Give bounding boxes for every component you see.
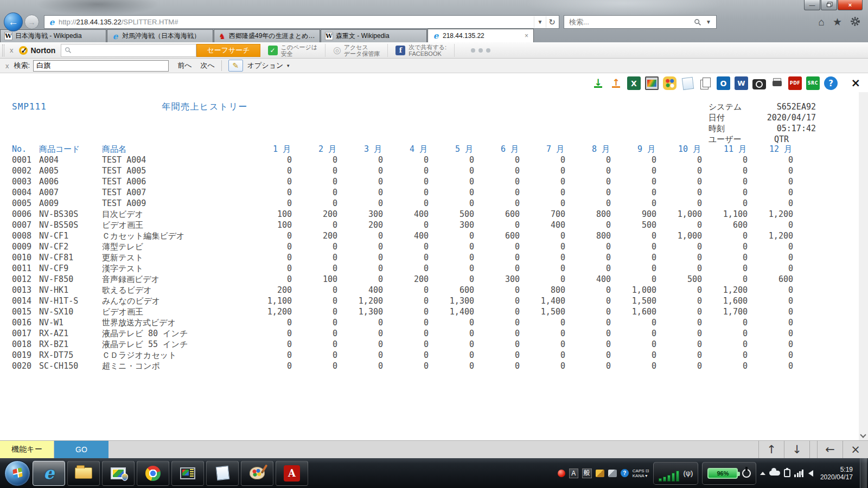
norton-close-icon[interactable]: x xyxy=(10,46,14,54)
highlight-icon[interactable]: ✎ xyxy=(228,60,243,72)
ime-mode-alpha[interactable]: A xyxy=(569,468,578,478)
search-icon[interactable] xyxy=(692,18,703,26)
find-next-button[interactable]: 次へ xyxy=(200,61,214,70)
taskbar-emulator-button[interactable] xyxy=(171,461,204,486)
address-dropdown-button[interactable]: ▼ xyxy=(534,16,546,28)
copy-icon[interactable] xyxy=(699,76,712,90)
power-plug-icon xyxy=(742,469,751,478)
norton-search-box[interactable] xyxy=(61,44,196,57)
printer-icon[interactable] xyxy=(770,76,784,90)
ime-pad-icon[interactable] xyxy=(608,470,617,477)
taskbar-explorer-button[interactable] xyxy=(67,461,100,486)
excel-icon[interactable] xyxy=(627,76,641,90)
upload-icon[interactable] xyxy=(609,76,623,90)
page-up-button[interactable]: ↑ xyxy=(758,441,784,458)
ime-help-icon[interactable]: ? xyxy=(621,469,629,477)
close-button[interactable]: × xyxy=(838,0,863,10)
home-icon[interactable]: ⌂ xyxy=(818,17,824,27)
speaker-icon[interactable] xyxy=(808,470,813,477)
norton-search-input[interactable] xyxy=(72,46,193,55)
browser-tab[interactable]: W森重文 - Wikipedia xyxy=(321,29,427,42)
battery-widget[interactable]: 96% xyxy=(702,462,756,485)
ie-icon xyxy=(43,465,54,481)
scroll-down-icon[interactable] xyxy=(860,432,866,438)
ie-favicon: e xyxy=(432,32,440,40)
page-down-button[interactable]: ↓ xyxy=(784,441,809,458)
ime-caps-kana[interactable]: CAPS ⊡KANA ▾ xyxy=(633,468,649,478)
cloud-icon[interactable] xyxy=(769,471,780,476)
url-text: http://218.44.135.22/SPLITTER.HTM# xyxy=(59,18,178,26)
refresh-button[interactable]: ↻ xyxy=(546,16,558,28)
taskbar-chrome-button[interactable] xyxy=(137,461,169,486)
findbar-close-icon[interactable]: x xyxy=(5,62,9,70)
safe-search-button[interactable]: セーフサーチ xyxy=(196,44,260,57)
signal-strength-widget[interactable]: (ψ) xyxy=(653,462,699,485)
vault-label[interactable]: アクセスデータ保管庫 xyxy=(344,44,380,57)
notepad-icon[interactable] xyxy=(681,76,694,90)
back-key-button[interactable]: ← xyxy=(817,441,843,458)
search-input[interactable] xyxy=(568,17,692,27)
col-month: 4 月 xyxy=(383,144,429,155)
browser-tab[interactable]: e218.44.135.22× xyxy=(427,29,534,42)
exit-button[interactable]: × xyxy=(843,441,868,458)
col-month: 8 月 xyxy=(565,144,611,155)
tab-label: 西郷隆盛49年の生涯まとめ【... xyxy=(229,31,316,41)
col-code: 商品コード xyxy=(39,144,102,155)
browser-tab[interactable]: W日本海海戦 - Wikipedia xyxy=(0,29,106,42)
outlook-icon[interactable] xyxy=(717,76,730,90)
battery-icon: 96% xyxy=(707,468,738,479)
back-button[interactable]: ← xyxy=(4,12,23,31)
find-options-button[interactable]: オプション▼ xyxy=(247,61,290,70)
forward-button[interactable]: → xyxy=(24,15,39,29)
taskbar-paint-button[interactable] xyxy=(241,461,273,486)
browser-tab[interactable]: ♞西郷隆盛49年の生涯まとめ【... xyxy=(214,29,320,42)
ime-toolbox-icon[interactable] xyxy=(596,470,604,477)
show-desktop-button[interactable] xyxy=(860,458,867,488)
facebook-icon[interactable]: f xyxy=(395,46,405,55)
download-icon[interactable] xyxy=(591,76,605,90)
ime-mode-general[interactable]: 般 xyxy=(582,468,592,478)
more-options-icon[interactable] xyxy=(471,48,490,53)
find-input[interactable] xyxy=(33,60,169,72)
toolbar-grip[interactable] xyxy=(2,44,4,56)
search-dropdown-icon[interactable]: ▼ xyxy=(703,19,714,25)
camera-icon[interactable] xyxy=(752,79,766,89)
taskbar-ie-button[interactable] xyxy=(33,461,65,486)
taskbar-clock[interactable]: 5:192020/04/17 xyxy=(817,466,856,481)
taskbar-start-button[interactable] xyxy=(4,460,30,486)
table-row: 0012NV-F850音声録画ビデオ0100020003000400050006… xyxy=(12,274,793,285)
table-row: 0015NV-SX10ビデオ画王1,20001,30001,40001,5000… xyxy=(12,306,793,317)
explorer-icon xyxy=(75,467,92,479)
facebook-share-label[interactable]: 次で共有する:FACEBOOK xyxy=(409,44,446,57)
function-keys-tab[interactable]: 機能キー xyxy=(0,441,54,458)
vault-icon[interactable]: ◎ xyxy=(333,44,341,56)
graph-icon[interactable] xyxy=(645,76,659,90)
taskbar-photos-button[interactable] xyxy=(102,461,135,486)
address-bar[interactable]: e http://218.44.135.22/SPLITTER.HTM# ▼ ↻ xyxy=(44,15,559,29)
content-close-icon[interactable]: × xyxy=(851,78,860,89)
pdf-icon[interactable] xyxy=(788,76,802,90)
clipboard-icon[interactable] xyxy=(784,469,790,477)
taskbar-acrobat-button[interactable] xyxy=(276,461,308,486)
col-month: 7 月 xyxy=(520,144,565,155)
minimize-button[interactable]: — xyxy=(804,0,820,10)
ime-red-ball-icon[interactable] xyxy=(558,470,565,477)
vertical-scrollbar[interactable] xyxy=(859,92,868,440)
word-icon[interactable] xyxy=(735,76,748,90)
find-previous-button[interactable]: 前へ xyxy=(177,61,192,70)
palette-icon[interactable] xyxy=(663,76,676,90)
browser-tab[interactable]: e対馬沖海戦（日本海海戦） xyxy=(107,29,213,42)
tab-close-icon[interactable]: × xyxy=(524,32,529,40)
search-box[interactable]: ▼ xyxy=(564,15,717,29)
tray-expand-icon[interactable] xyxy=(760,472,765,475)
table-row: 0016NV-W1世界放送方式ビデオ000000000000 xyxy=(12,317,793,328)
program-id: SMP111 xyxy=(12,101,47,112)
taskbar-notepad-button[interactable] xyxy=(206,461,239,486)
help-icon[interactable] xyxy=(824,76,838,90)
restore-button[interactable] xyxy=(821,0,837,10)
src-icon[interactable] xyxy=(806,76,820,90)
settings-gear-icon[interactable] xyxy=(850,16,860,28)
page-title: 年間売上ヒストリー xyxy=(162,101,248,113)
favorites-star-icon[interactable]: ★ xyxy=(833,17,842,27)
go-tab[interactable]: GO xyxy=(54,441,108,458)
